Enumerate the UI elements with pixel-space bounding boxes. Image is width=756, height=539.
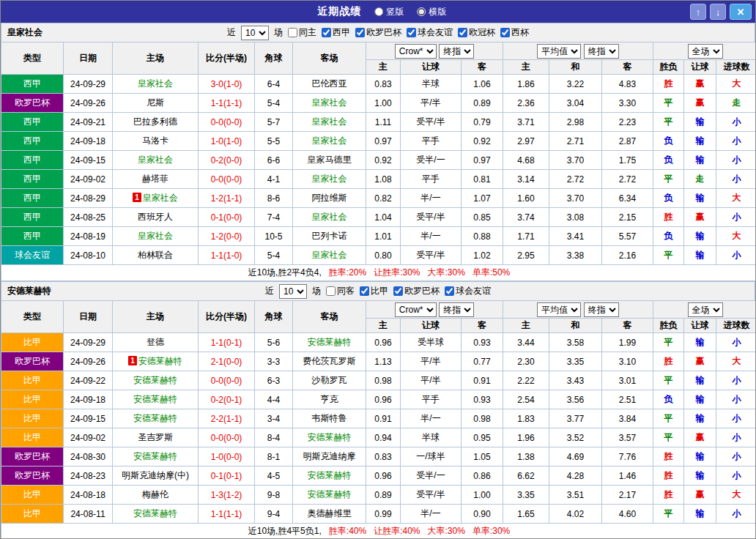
match-row: 比甲24-09-18安德莱赫特0-2(0-1)4-4亨克0.96平手0.932.… <box>1 390 756 409</box>
index-badge: 1 <box>128 356 137 365</box>
away-team-name[interactable]: 皇家社会 <box>312 250 347 260</box>
avg-odds-2: 3.84 <box>602 409 653 428</box>
layout-radio-vertical-input[interactable] <box>374 7 383 16</box>
away-team-name[interactable]: 安德莱赫特 <box>308 470 352 480</box>
layout-radio-horizontal[interactable]: 横版 <box>417 6 446 18</box>
away-team-name[interactable]: 巴伦西亚 <box>312 78 347 89</box>
same-venue-filter[interactable]: 同主 <box>288 26 316 39</box>
home-team-name[interactable]: 皇家社会 <box>138 231 173 241</box>
league-filter[interactable]: 比甲 <box>360 285 388 297</box>
handicap-odds-2: 0.98 <box>462 409 503 428</box>
away-team-name[interactable]: 皇家社会 <box>312 97 347 108</box>
home-team-name[interactable]: 安德莱赫特 <box>133 394 177 404</box>
home-team-name[interactable]: 安德莱赫特 <box>133 375 177 385</box>
league-filter-checkbox[interactable] <box>393 286 403 296</box>
avg-odds-1: 3.77 <box>549 409 602 428</box>
league-filter-checkbox[interactable] <box>360 286 369 296</box>
home-team-name[interactable]: 梅赫伦 <box>142 489 168 499</box>
league-filter-checkbox[interactable] <box>355 28 365 37</box>
league-badge: 西甲 <box>1 75 64 94</box>
match-row: 西甲24-08-291皇家社会1-2(1-1)8-6阿拉维斯0.82半/一1.0… <box>1 189 756 208</box>
away-team-name[interactable]: 皇家社会 <box>312 135 347 146</box>
avg-odds-1: 4.69 <box>549 447 602 466</box>
home-team-name[interactable]: 皇家社会 <box>138 155 173 165</box>
scope-select[interactable]: 全场 <box>688 44 723 59</box>
close-button[interactable]: ✕ <box>730 4 752 20</box>
result-2: 小 <box>716 333 756 352</box>
league-filter-checkbox[interactable] <box>445 286 454 296</box>
away-team-name[interactable]: 巴列卡诺 <box>312 231 347 241</box>
league-filter[interactable]: 球会友谊 <box>407 26 453 39</box>
scroll-down-button[interactable]: ↓ <box>710 4 726 20</box>
same-venue-checkbox[interactable] <box>288 28 297 37</box>
home-team-name[interactable]: 安德莱赫特 <box>138 356 182 366</box>
avg-select[interactable]: 平均值 <box>537 44 581 59</box>
home-team-name[interactable]: 西班牙人 <box>138 212 173 222</box>
league-filter[interactable]: 欧罗巴杯 <box>355 26 401 39</box>
away-team-name[interactable]: 安德莱赫特 <box>308 337 352 347</box>
avg-stage-select[interactable]: 终指 <box>584 44 619 59</box>
away-team-name[interactable]: 亨克 <box>321 394 338 404</box>
home-team-cell: 巴拉多利德 <box>113 113 199 132</box>
away-team-name[interactable]: 韦斯特鲁 <box>312 413 347 423</box>
away-team-name[interactable]: 奥德赫维里 <box>308 508 352 518</box>
layout-radio-horizontal-input[interactable] <box>417 7 426 16</box>
odds-stage-select[interactable]: 终指 <box>439 302 474 317</box>
bookmaker-select[interactable]: Crow* <box>395 302 437 317</box>
home-team-name[interactable]: 柏林联合 <box>138 250 173 260</box>
same-venue-filter[interactable]: 同客 <box>326 285 355 297</box>
avg-odds-0: 1.60 <box>503 189 549 208</box>
away-team-name[interactable]: 沙勒罗瓦 <box>312 375 347 385</box>
odds-stage-select[interactable]: 终指 <box>439 44 474 59</box>
home-team-name[interactable]: 安德莱赫特 <box>133 508 177 518</box>
layout-radio-vertical[interactable]: 竖版 <box>374 6 404 18</box>
league-filter[interactable]: 西杯 <box>500 26 529 39</box>
handicap-odds-1: 半球 <box>401 428 462 447</box>
score-cell: 3-0(1-0) <box>199 75 255 94</box>
scroll-up-button[interactable]: ↑ <box>690 4 706 20</box>
home-team-name[interactable]: 尼斯 <box>147 97 164 108</box>
league-filter[interactable]: 欧冠杯 <box>458 26 495 39</box>
result-1: 输 <box>684 409 716 428</box>
league-filter-checkbox[interactable] <box>458 28 467 37</box>
home-team-name[interactable]: 圣吉罗斯 <box>138 432 173 442</box>
col-type: 类型 <box>1 301 64 333</box>
home-team-name[interactable]: 登德 <box>147 337 164 347</box>
result-1: 输 <box>684 390 716 409</box>
away-team-name[interactable]: 阿拉维斯 <box>312 193 347 203</box>
recent-count-select[interactable]: 10 <box>241 26 269 40</box>
league-filter[interactable]: 西甲 <box>322 26 350 39</box>
corners-cell: 7-4 <box>255 208 293 227</box>
away-team-name[interactable]: 皇家社会 <box>312 174 347 184</box>
avg-stage-select[interactable]: 终指 <box>584 302 619 317</box>
avg-select[interactable]: 平均值 <box>537 302 581 317</box>
away-team-name[interactable]: 安德莱赫特 <box>308 489 352 499</box>
scope-select[interactable]: 全场 <box>688 302 723 317</box>
home-team-name[interactable]: 皇家社会 <box>143 193 178 203</box>
recent-count-select[interactable]: 10 <box>279 284 307 299</box>
league-filter-checkbox[interactable] <box>500 28 510 37</box>
away-team-name[interactable]: 皇家马德里 <box>308 155 352 165</box>
home-team-cell: 柏林联合 <box>113 246 199 265</box>
league-filter-checkbox[interactable] <box>322 28 331 37</box>
away-team-name[interactable]: 安德莱赫特 <box>308 432 352 442</box>
league-filter[interactable]: 球会友谊 <box>445 285 491 297</box>
home-team-name[interactable]: 明斯克迪纳摩(中) <box>122 470 189 480</box>
home-team-name[interactable]: 赫塔菲 <box>142 174 168 184</box>
away-team-name[interactable]: 皇家社会 <box>312 116 347 127</box>
home-team-name[interactable]: 安德莱赫特 <box>133 413 177 423</box>
away-team-name[interactable]: 明斯克迪纳摩 <box>303 451 356 461</box>
home-team-name[interactable]: 马洛卡 <box>142 135 168 146</box>
bookmaker-select[interactable]: Crow* <box>395 44 437 59</box>
home-team-name[interactable]: 皇家社会 <box>138 78 173 89</box>
league-filter-checkbox[interactable] <box>407 28 416 37</box>
away-team-name[interactable]: 费伦茨瓦罗斯 <box>303 356 356 366</box>
handicap-odds-1: 半/一 <box>401 505 462 524</box>
home-team-name[interactable]: 安德莱赫特 <box>133 451 177 461</box>
league-badge: 西甲 <box>1 208 64 227</box>
avg-odds-0: 1.96 <box>503 428 549 447</box>
same-venue-checkbox[interactable] <box>326 286 336 296</box>
home-team-name[interactable]: 巴拉多利德 <box>133 116 177 127</box>
league-filter[interactable]: 欧罗巴杯 <box>393 285 440 297</box>
away-team-name[interactable]: 皇家社会 <box>312 212 347 222</box>
